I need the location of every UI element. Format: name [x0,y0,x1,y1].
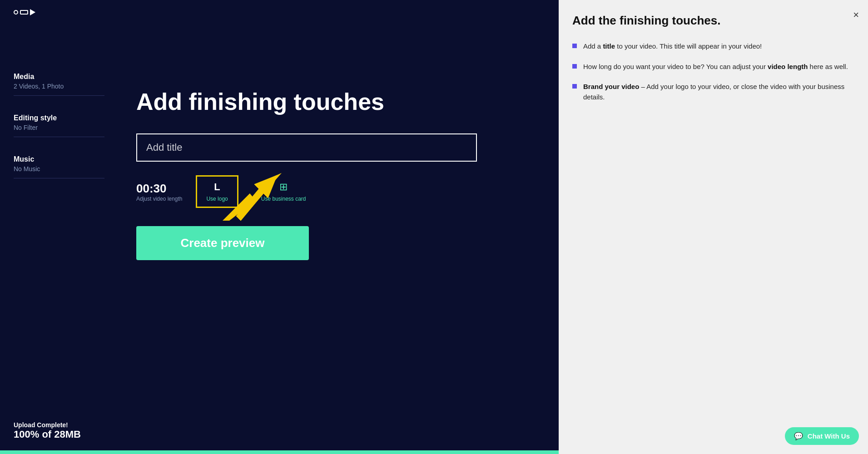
bizcard-icon: ⊞ [279,181,288,193]
logo-area [0,0,559,25]
main-area: Media 2 Videos, 1 Photo Editing style No… [0,0,559,454]
title-input-wrapper [136,133,477,162]
logo-btn-label: Use logo [206,196,228,202]
panel-item-3: Brand your video – Add your logo to your… [572,82,854,102]
chat-button[interactable]: 💬 Chat With Us [785,427,859,445]
controls-row: 00:30 Adjust video length L Use logo ⊞ U… [136,175,559,208]
content-area: Add finishing touches 00:30 Adjust video… [136,88,559,454]
editing-label: Editing style [14,114,104,122]
panel-close-button[interactable]: × [853,9,859,21]
title-input[interactable] [136,133,477,162]
panel-bullet-3 [572,84,577,89]
bizcard-button[interactable]: ⊞ Use business card [252,177,315,207]
music-divider [14,178,104,178]
logo-bar [20,10,28,15]
chat-label: Chat With Us [808,432,850,440]
media-divider [14,95,104,96]
progress-bar-fill [0,450,559,454]
panel-item-2: How long do you want your video to be? Y… [572,62,854,72]
progress-bar-container [0,450,559,454]
bizcard-label: Use business card [261,196,306,202]
panel-item-text-1: Add a title to your video. This title wi… [583,41,762,52]
editing-value: No Filter [14,124,104,131]
panel-items: Add a title to your video. This title wi… [572,41,854,102]
right-panel: × Add the finishing touches. Add a title… [559,0,868,454]
music-label: Music [14,155,104,163]
panel-item-text-2: How long do you want your video to be? Y… [583,62,848,72]
sidebar-media: Media 2 Videos, 1 Photo [14,73,104,96]
panel-bullet-1 [572,44,577,48]
video-length-time: 00:30 [136,182,167,196]
editing-divider [14,137,104,137]
panel-bullet-2 [572,64,577,69]
logo-play-icon [30,9,35,15]
video-length-block[interactable]: 00:30 Adjust video length [136,182,182,202]
app-logo [14,9,545,15]
logo-dot [14,10,18,15]
sidebar: Media 2 Videos, 1 Photo Editing style No… [14,73,104,178]
upload-percent: 100% of 28MB [14,429,81,440]
upload-complete-label: Upload Complete! [14,421,81,429]
bottom-status: Upload Complete! 100% of 28MB [14,421,81,440]
create-preview-button[interactable]: Create preview [136,226,309,260]
panel-item-1: Add a title to your video. This title wi… [572,41,854,52]
page-title: Add finishing touches [136,88,559,115]
media-label: Media [14,73,104,81]
sidebar-editing: Editing style No Filter [14,114,104,137]
media-value: 2 Videos, 1 Photo [14,83,104,90]
logo-button[interactable]: L Use logo [196,175,238,208]
video-length-label: Adjust video length [136,196,182,202]
sidebar-music: Music No Music [14,155,104,178]
logo-btn-letter: L [214,181,220,193]
panel-title: Add the finishing touches. [572,14,854,28]
chat-icon: 💬 [794,432,803,440]
panel-item-text-3: Brand your video – Add your logo to your… [583,82,854,102]
music-value: No Music [14,165,104,173]
